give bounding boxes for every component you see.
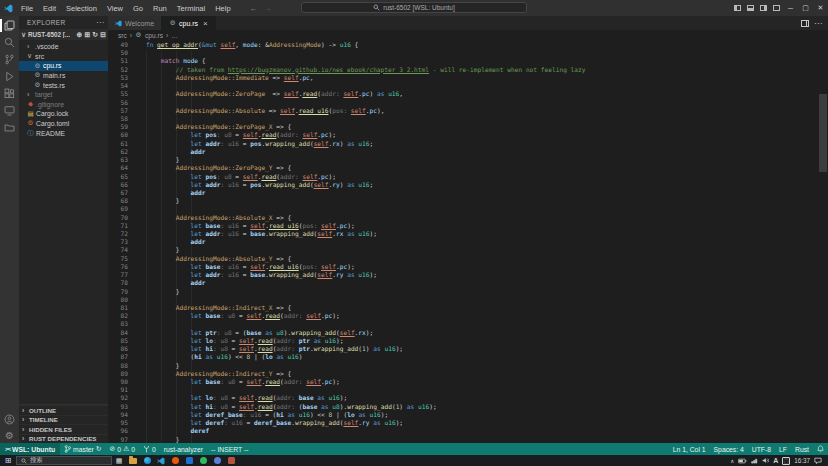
code-line-74[interactable]: 74 }	[108, 246, 828, 254]
code-line-93[interactable]: 93 let hi: u8 = self.read(addr: (base as…	[108, 403, 828, 411]
menu-run[interactable]: Run	[148, 0, 172, 16]
workspace-folder-header[interactable]: ∨ RUST-6502 [... ⊕ ⊞ ↻ ⊟	[19, 29, 108, 40]
search-icon[interactable]	[0, 34, 19, 51]
run-debug-icon[interactable]	[0, 68, 19, 85]
new-folder-icon[interactable]: ⊞	[84, 31, 90, 39]
code-line-90[interactable]: 90 let base: u8 = self.read(addr: self.p…	[108, 378, 828, 386]
taskbar-app-blue-square-icon[interactable]	[182, 457, 196, 464]
code-line-75[interactable]: 75 AddressingMode::Absolute_Y => {	[108, 255, 828, 263]
ime-mode-icon[interactable]: ⿴	[782, 457, 790, 465]
menu-view[interactable]: View	[102, 0, 128, 16]
code-line-78[interactable]: 78 addr	[108, 279, 828, 287]
code-line-80[interactable]: 80	[108, 296, 828, 304]
toggle-sidebar-icon[interactable]	[731, 0, 744, 16]
code-line-91[interactable]: 91	[108, 386, 828, 394]
code-line-79[interactable]: 79 }	[108, 288, 828, 296]
code-line-52[interactable]: 52 // taken from https://bugzmanov.githu…	[108, 66, 828, 74]
tree-item-cpurs[interactable]: ⚙cpu.rs	[19, 61, 108, 71]
explorer-more-actions-icon[interactable]: ⋯	[96, 18, 104, 27]
close-button[interactable]: ✕	[813, 0, 828, 16]
menu-help[interactable]: Help	[210, 0, 235, 16]
menu-terminal[interactable]: Terminal	[172, 0, 210, 16]
language-mode[interactable]: Rust	[791, 443, 813, 455]
ime-language-indicator[interactable]: A	[773, 457, 778, 464]
code-line-66[interactable]: 66 let addr: u16 = pos.wrapping_add(self…	[108, 181, 828, 189]
code-line-97[interactable]: 97 }	[108, 436, 828, 444]
code-line-71[interactable]: 71 let base: u16 = self.read_u16(pos: se…	[108, 222, 828, 230]
section-outline[interactable]: ›OUTLINE	[19, 405, 108, 415]
code-line-65[interactable]: 65 let pos: u8 = self.read(addr: self.pc…	[108, 173, 828, 181]
code-line-58[interactable]: 58	[108, 115, 828, 123]
indentation[interactable]: Spaces: 4	[710, 443, 748, 455]
section-rust-dependencies[interactable]: ›RUST DEPENDENCIES	[19, 434, 108, 444]
code-line-56[interactable]: 56	[108, 99, 828, 107]
menu-file[interactable]: File	[16, 0, 38, 16]
code-line-96[interactable]: 96 deref	[108, 427, 828, 435]
customize-layout-icon[interactable]	[770, 0, 783, 16]
notification-center-icon[interactable]	[814, 457, 822, 464]
code-line-49[interactable]: 49 fn get_op_addr(&mut self, mode: &Addr…	[108, 41, 828, 49]
start-button[interactable]: ⊞	[0, 456, 16, 465]
volume-icon[interactable]	[762, 457, 769, 464]
source-control-icon[interactable]	[0, 51, 19, 68]
code-line-61[interactable]: 61 let addr: u16 = pos.wrapping_add(self…	[108, 140, 828, 148]
tree-item-src[interactable]: ∨src	[19, 52, 108, 62]
refresh-explorer-icon[interactable]: ↻	[92, 31, 98, 39]
vscode-taskbar-icon[interactable]	[154, 457, 168, 465]
tree-item-mainrs[interactable]: ⚙main.rs	[19, 71, 108, 81]
menu-go[interactable]: Go	[128, 0, 148, 16]
code-line-53[interactable]: 53 AddressingMode::Immediate => self.pc,	[108, 74, 828, 82]
edge-browser-icon[interactable]	[140, 457, 154, 464]
code-line-83[interactable]: 83	[108, 320, 828, 328]
code-line-84[interactable]: 84 let ptr: u8 = (base as u8).wrapping_a…	[108, 329, 828, 337]
fork-count[interactable]: 0	[139, 443, 160, 455]
eol[interactable]: LF	[775, 443, 791, 455]
code-line-85[interactable]: 85 let lo: u8 = self.read(addr: ptr as u…	[108, 337, 828, 345]
remote-explorer-icon[interactable]	[0, 102, 19, 119]
breadcrumb-item[interactable]: …	[171, 32, 178, 39]
minimize-button[interactable]: ─	[783, 0, 798, 16]
tab-welcome[interactable]: Welcome	[108, 16, 162, 30]
code-line-87[interactable]: 87 (hi as u16) << 8 | (lo as u16)	[108, 353, 828, 361]
toggle-panel-icon[interactable]	[744, 0, 757, 16]
problems[interactable]: ⊘0⚠0	[106, 443, 139, 455]
taskbar-app-green-icon[interactable]	[196, 457, 210, 464]
network-icon[interactable]	[751, 458, 758, 464]
code-line-69[interactable]: 69	[108, 205, 828, 213]
code-line-77[interactable]: 77 let addr: u16 = base.wrapping_add(sel…	[108, 271, 828, 279]
toggle-secondary-sidebar-icon[interactable]	[757, 0, 770, 16]
remote-indicator[interactable]: ><WSL: Ubuntu	[0, 443, 60, 455]
code-line-88[interactable]: 88 }	[108, 362, 828, 370]
code-editor[interactable]: 49 fn get_op_addr(&mut self, mode: &Addr…	[108, 41, 828, 443]
code-line-89[interactable]: 89 AddressingMode::Indirect_Y => {	[108, 370, 828, 378]
tree-item-testsrs[interactable]: ⚙tests.rs	[19, 80, 108, 90]
menu-edit[interactable]: Edit	[38, 0, 61, 16]
code-line-62[interactable]: 62 addr	[108, 148, 828, 156]
tree-item-README[interactable]: ⓘREADME	[19, 128, 108, 138]
clock[interactable]: 16:37	[794, 457, 810, 464]
tree-item-Cargolock[interactable]: ▤Cargo.lock	[19, 109, 108, 119]
code-line-94[interactable]: 94 let deref_base: u16 = (hi as u16) << …	[108, 411, 828, 419]
code-line-64[interactable]: 64 AddressingMode::ZeroPage_Y => {	[108, 164, 828, 172]
new-file-icon[interactable]: ⊕	[77, 31, 83, 39]
breadcrumb-item[interactable]: src	[118, 32, 127, 39]
code-line-70[interactable]: 70 AddressingMode::Absolute_X => {	[108, 214, 828, 222]
code-line-72[interactable]: 72 let addr: u16 = base.wrapping_add(sel…	[108, 230, 828, 238]
custom-view-icon[interactable]	[0, 119, 19, 136]
vim-mode[interactable]: -- INSERT --	[207, 443, 253, 455]
tree-item-target[interactable]: ›target	[19, 90, 108, 100]
code-line-59[interactable]: 59 AddressingMode::ZeroPage_X => {	[108, 123, 828, 131]
file-explorer-icon[interactable]	[126, 458, 140, 464]
code-line-55[interactable]: 55 AddressingMode::ZeroPage => self.read…	[108, 90, 828, 98]
code-line-92[interactable]: 92 let lo: u8 = self.read(addr: base as …	[108, 394, 828, 402]
collapse-folders-icon[interactable]: ⊟	[100, 31, 106, 39]
settings-gear-icon[interactable]: ⚙	[0, 428, 19, 443]
menu-selection[interactable]: Selection	[61, 0, 102, 16]
notifications[interactable]	[813, 443, 828, 455]
taskbar-search[interactable]: 搜索	[16, 456, 112, 465]
code-line-60[interactable]: 60 let pos: u8 = self.read(addr: self.pc…	[108, 131, 828, 139]
tree-item-Cargotoml[interactable]: ⚙Cargo.toml	[19, 119, 108, 129]
code-line-63[interactable]: 63 }	[108, 156, 828, 164]
section-timeline[interactable]: ›TIMELINE	[19, 415, 108, 425]
code-line-57[interactable]: 57 AddressingMode::Absolute => self.read…	[108, 107, 828, 115]
